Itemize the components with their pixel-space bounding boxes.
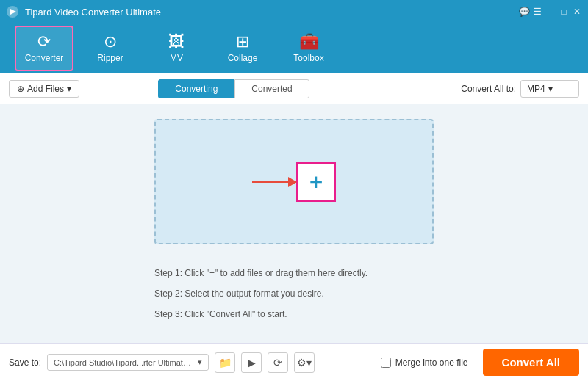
tab-group: Converting Converted [158,79,309,98]
convert-icon-btn[interactable]: ⟳ [268,352,288,373]
drop-arrow: + [252,162,336,202]
save-path-dropdown-icon: ▾ [198,358,202,367]
plus-box[interactable]: + [296,162,336,202]
add-files-label: Add Files [27,84,64,94]
plus-symbol: + [309,170,323,194]
title-bar-left: Tipard Video Converter Ultimate [6,5,161,18]
tab-converting[interactable]: Converting [158,79,234,98]
nav-item-converter[interactable]: ⟳ Converter [15,26,74,71]
title-bar-controls: 💬 ☰ ─ □ ✕ [519,7,582,17]
nav-label-ripper: Ripper [97,53,123,63]
nav-bar: ⟳ Converter ⊙ Ripper 🖼 MV ⊞ Collage 🧰 To… [0,23,588,73]
instruction-step-2: Step 2: Select the output format you des… [154,287,434,300]
merge-checkbox[interactable] [381,358,391,368]
nav-label-collage: Collage [228,53,258,63]
menu-icon[interactable]: ☰ [532,7,542,17]
title-bar: Tipard Video Converter Ultimate 💬 ☰ ─ □ … [0,0,588,23]
play-icon: ▶ [248,357,256,369]
minimize-icon[interactable]: ─ [545,7,556,17]
collage-icon: ⊞ [236,34,249,50]
instruction-step-1: Step 1: Click "+" to add files or drag t… [154,266,434,280]
settings-icon: ⚙ [297,357,306,369]
add-files-button[interactable]: ⊕ Add Files ▾ [9,80,79,98]
save-path-select[interactable]: C:\Tipard Studio\Tipard...rter Ultimate\… [47,354,209,371]
chat-icon[interactable]: 💬 [519,7,529,17]
instruction-step-3: Step 3: Click "Convert All" to start. [154,308,434,321]
instructions: Step 1: Click "+" to add files or drag t… [154,266,434,328]
drop-zone[interactable]: + [154,119,434,244]
status-bar: Save to: C:\Tipard Studio\Tipard...rter … [0,343,588,381]
settings-dropdown-icon: ▾ [306,357,312,369]
toolbox-icon: 🧰 [299,34,319,50]
settings-icon-btn[interactable]: ⚙ ▾ [294,352,315,373]
format-dropdown-icon: ▾ [548,84,553,94]
app-title: Tipard Video Converter Ultimate [25,7,161,18]
format-select[interactable]: MP4 ▾ [520,80,579,98]
main-content: + Step 1: Click "+" to add files or drag… [0,104,588,343]
converter-icon: ⟳ [37,34,51,50]
save-path-text: C:\Tipard Studio\Tipard...rter Ultimate\… [54,358,195,367]
nav-item-ripper[interactable]: ⊙ Ripper [81,26,140,71]
nav-item-toolbox[interactable]: 🧰 Toolbox [279,26,338,71]
tab-converted[interactable]: Converted [234,79,309,98]
add-files-dropdown-icon[interactable]: ▾ [67,84,71,94]
convert-icon: ⟳ [273,357,282,369]
nav-label-toolbox: Toolbox [293,53,323,63]
nav-item-collage[interactable]: ⊞ Collage [213,26,272,71]
maximize-icon[interactable]: □ [559,7,569,17]
arrow-line [252,181,296,183]
nav-label-converter: Converter [25,53,64,63]
close-icon[interactable]: ✕ [572,7,582,17]
nav-label-mv: MV [170,53,183,63]
app-logo [6,5,19,18]
format-value: MP4 [527,84,545,94]
convert-all-to-selector: Convert All to: MP4 ▾ [461,80,579,98]
play-icon-btn[interactable]: ▶ [241,352,262,373]
folder-icon-btn[interactable]: 📁 [215,352,235,373]
convert-all-button[interactable]: Convert All [483,349,579,376]
nav-item-mv[interactable]: 🖼 MV [147,26,206,71]
folder-icon: 📁 [219,357,232,369]
ripper-icon: ⊙ [104,34,117,50]
merge-text: Merge into one file [395,358,468,368]
merge-label: Merge into one file [381,358,468,368]
save-to-label: Save to: [9,358,41,368]
add-icon: ⊕ [17,84,24,94]
toolbar: ⊕ Add Files ▾ Converting Converted Conve… [0,73,588,104]
convert-all-to-label: Convert All to: [461,84,516,94]
mv-icon: 🖼 [168,34,184,50]
